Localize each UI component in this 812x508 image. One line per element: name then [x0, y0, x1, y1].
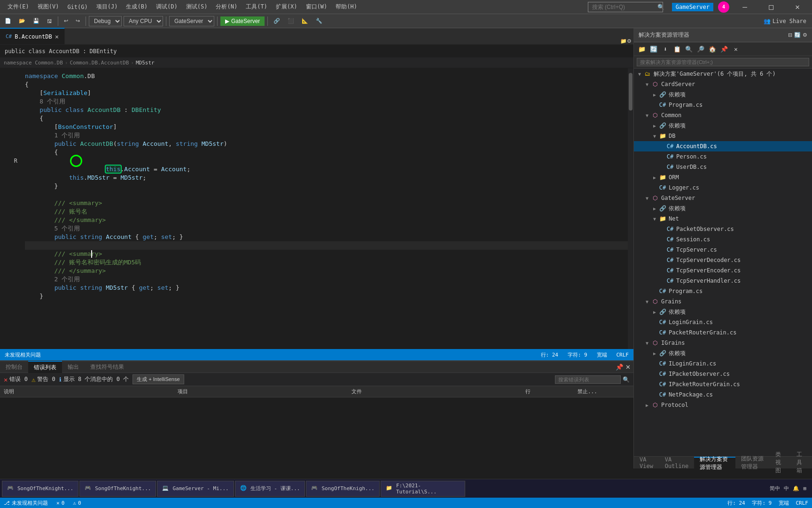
settings-button[interactable]: ⚙ — [803, 32, 807, 38]
toolbar-collapse[interactable]: ⬇ — [660, 44, 671, 54]
save-all-button[interactable]: 🖫 — [44, 17, 55, 25]
play-button[interactable]: ▶ GateServer — [220, 16, 265, 26]
vertical-scrollbar[interactable] — [628, 68, 633, 349]
toolbar-show-all-files[interactable]: 📁 — [637, 44, 647, 54]
minimize-button[interactable]: — — [734, 0, 756, 14]
warning-status[interactable]: ⚠ 0 — [69, 498, 85, 508]
toolbar-home[interactable]: 🏠 — [707, 44, 718, 54]
new-project-button[interactable]: 📄 — [2, 16, 14, 25]
nav-namespace[interactable]: namespace Common.DB — [4, 60, 63, 66]
live-share-button[interactable]: 👥 Live Share — [760, 16, 810, 26]
tree-item-cardserver[interactable]: ▼ ⬡ CardServer — [634, 79, 812, 89]
close-button[interactable]: ✕ — [787, 0, 808, 14]
nav-class[interactable]: Common.DB.AccountDB — [70, 60, 129, 66]
tree-item-igrains-deps[interactable]: ▶ 🔗 依赖项 — [634, 348, 812, 358]
tree-item-tcpserver[interactable]: ▶ C# TcpServer.cs — [634, 245, 812, 255]
tree-item-logger[interactable]: ▶ C# Logger.cs — [634, 183, 812, 193]
toolbar-search-scope[interactable]: 🔎 — [695, 44, 706, 54]
settings-button-2[interactable]: ⚙ — [627, 38, 632, 44]
menu-build[interactable]: 生成(B) — [122, 1, 151, 13]
tree-item-logingrain[interactable]: ▶ C# LoginGrain.cs — [634, 317, 812, 327]
tree-item-common-db[interactable]: ▼ 📁 DB — [634, 131, 812, 141]
error-search-input[interactable] — [555, 375, 621, 384]
tree-item-common-deps[interactable]: ▶ 🔗 依赖项 — [634, 120, 812, 131]
tab-va-view[interactable]: VA View — [634, 457, 659, 469]
menu-extensions[interactable]: 扩展(X) — [272, 1, 301, 13]
collapse-all-button[interactable]: ⊟ — [788, 32, 792, 38]
startup-project-select[interactable]: GateServer — [169, 16, 214, 26]
refresh-button[interactable]: 🔄 — [794, 32, 801, 38]
tab-va-outline[interactable]: VA Outline — [659, 457, 695, 469]
nav-member[interactable]: MD5str — [136, 60, 155, 66]
notification-bell[interactable]: 🔔 — [793, 485, 799, 492]
scrollbar-thumb[interactable] — [629, 73, 632, 111]
tree-item-person[interactable]: ▶ C# Person.cs — [634, 151, 812, 162]
menu-window[interactable]: 窗口(W) — [302, 1, 331, 13]
menu-help[interactable]: 帮助(H) — [332, 1, 361, 13]
toolbar-close-2[interactable]: ✕ — [731, 44, 741, 54]
tree-item-cardserver-deps[interactable]: ▶ 🔗 依赖项 — [634, 89, 812, 100]
tree-item-gateserver-deps[interactable]: ▶ 🔗 依赖项 — [634, 203, 812, 214]
tree-item-protocol[interactable]: ▶ ⬡ Protocol — [634, 400, 812, 410]
toolbar-pin-2[interactable]: 📌 — [719, 44, 729, 54]
tree-item-cardserver-program[interactable]: ▶ C# Program.cs — [634, 100, 812, 110]
warning-badge[interactable]: ⚠ 警告 0 — [31, 375, 55, 383]
tab-team-explorer[interactable]: 团队资源管理器 — [735, 457, 770, 469]
ime-indicator[interactable]: 简中 — [770, 485, 780, 492]
tree-item-gate-program[interactable]: ▶ C# Program.cs — [634, 286, 812, 296]
toolbar-filter[interactable]: 🔍 — [684, 44, 694, 54]
attach-button[interactable]: 🔗 — [271, 16, 283, 25]
error-badge[interactable]: ✕ 错误 0 — [4, 375, 28, 383]
tree-item-ipacketobserver[interactable]: ▶ C# IPacketObserver.cs — [634, 369, 812, 379]
tree-item-session[interactable]: ▶ C# Session.cs — [634, 234, 812, 245]
debug-mode-select[interactable]: Debug — [89, 16, 122, 26]
tree-item-ilogingrain[interactable]: ▶ C# ILoginGrain.cs — [634, 358, 812, 369]
global-search-input[interactable] — [588, 2, 663, 12]
taskbar-item-5[interactable]: 📁 F:\2021-Tutorial\S... — [381, 481, 465, 497]
menu-tools[interactable]: 工具(T) — [242, 1, 271, 13]
tree-item-orm[interactable]: ▶ 📁 ORM — [634, 172, 812, 183]
maximize-button[interactable]: □ — [760, 0, 782, 14]
tab-toolbox[interactable]: 工具箱 — [791, 457, 812, 469]
bottom-tab-console[interactable]: 控制台 — [0, 361, 28, 373]
tree-item-net[interactable]: ▼ 📁 Net — [634, 214, 812, 224]
taskbar-item-2[interactable]: 💻 GameServer - Mi... — [157, 481, 234, 497]
menu-file[interactable]: 文件(E) — [4, 1, 33, 13]
taskbar-item-0[interactable]: 🎮 SongOfTheKnight... — [2, 481, 78, 497]
close-panel-button[interactable]: ✕ — [625, 364, 631, 371]
tree-item-netpackage[interactable]: ▶ C# NetPackage.cs — [634, 389, 812, 400]
taskbar-item-4[interactable]: 🎮 SongOfTheKnigh... — [306, 481, 380, 497]
menu-analyze[interactable]: 分析(N) — [212, 1, 241, 13]
redo-button[interactable]: ↪ — [73, 16, 83, 25]
git-branch[interactable]: ⎇ 未发现相关问题 — [0, 498, 52, 508]
build-intellisense-button[interactable]: 生成 + IntelliSense — [133, 374, 184, 384]
toolbar-btn-6[interactable]: ⬛ — [285, 16, 297, 25]
ime-mode[interactable]: 中 — [784, 485, 789, 492]
undo-button[interactable]: ↩ — [61, 16, 71, 25]
info-badge[interactable]: ℹ 显示 8 个消息中的 0 个 — [59, 375, 129, 383]
tab-class-view[interactable]: 类视图 — [770, 457, 791, 469]
tree-item-grains[interactable]: ▼ ⬡ Grains — [634, 296, 812, 307]
pin-button[interactable]: 📌 — [616, 364, 624, 371]
code-editor[interactable]: R namespace Common — [0, 68, 633, 349]
tree-item-gateserver[interactable]: ▼ ⬡ GateServer — [634, 193, 812, 203]
tree-item-tcpencoder[interactable]: ▶ C# TcpServerEncoder.cs — [634, 265, 812, 276]
menu-git[interactable]: Git(G) — [63, 2, 91, 12]
tree-item-packetobserver[interactable]: ▶ C# PacketObserver.cs — [634, 224, 812, 234]
tab-accountdb[interactable]: C# B.AccountDB × — [0, 28, 65, 44]
menu-test[interactable]: 测试(S) — [182, 1, 211, 13]
bottom-tab-find-symbols[interactable]: 查找符号结果 — [85, 361, 130, 373]
taskbar-item-3[interactable]: 🌐 生活学习 - 课课... — [235, 481, 305, 497]
tree-item-solution[interactable]: ▼ 🗂 解决方案'GameServer'(6 个项目, 共 6 个) — [634, 69, 812, 79]
menu-view[interactable]: 视图(V) — [34, 1, 63, 13]
toolbar-btn-8[interactable]: 🔧 — [313, 16, 325, 25]
tab-close-icon[interactable]: × — [55, 33, 59, 40]
tree-item-tcphandler[interactable]: ▶ C# TcpServerHandler.cs — [634, 276, 812, 286]
tree-item-common[interactable]: ▼ ⬡ Common — [634, 110, 812, 120]
solution-search-input[interactable] — [637, 58, 809, 66]
save-button[interactable]: 💾 — [30, 16, 42, 25]
code-content[interactable]: namespace Common.DB { [Serializable] 8 个… — [21, 68, 628, 349]
tree-item-iprg[interactable]: ▶ C# IPacketRouterGrain.cs — [634, 379, 812, 389]
open-button[interactable]: 📂 — [16, 16, 28, 25]
solution-explorer-toggle[interactable]: 📁 — [620, 38, 627, 44]
